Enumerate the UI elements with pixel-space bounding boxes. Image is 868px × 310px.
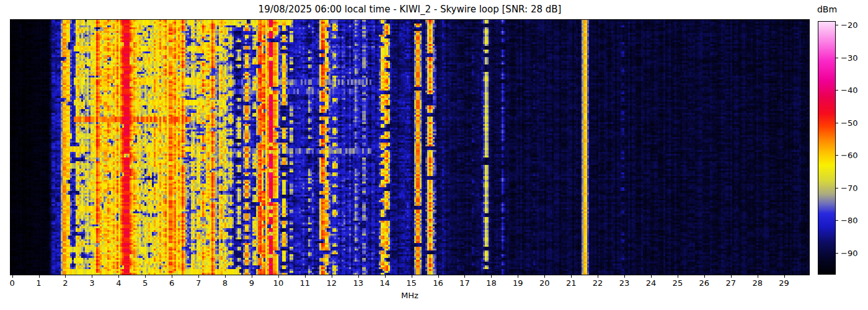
- x-tick-mark: [624, 275, 625, 278]
- x-tick-mark: [438, 275, 439, 278]
- x-tick-label: 2: [63, 278, 68, 288]
- x-tick-mark: [278, 275, 279, 278]
- x-tick-mark: [358, 275, 359, 278]
- x-tick-mark: [678, 275, 678, 278]
- colorbar-tick-label: −20: [841, 20, 857, 30]
- colorbar-tick-label: −50: [841, 118, 857, 127]
- colorbar-tick-mark: [836, 123, 838, 123]
- x-tick-label: 27: [726, 278, 737, 288]
- x-tick-label: 10: [273, 278, 284, 288]
- x-tick-mark: [305, 275, 306, 278]
- colorbar-tick-label: −40: [841, 86, 857, 95]
- colorbar-tick-label: −30: [841, 53, 857, 62]
- x-tick-label: 15: [406, 278, 417, 288]
- colorbar-tick-mark: [836, 58, 838, 58]
- colorbar-canvas: [818, 22, 835, 274]
- x-tick-label: 17: [459, 278, 470, 288]
- spectrogram-figure: 19/08/2025 06:00 local time - KIWI_2 - S…: [0, 0, 868, 310]
- x-tick-mark: [12, 275, 13, 278]
- x-tick-mark: [758, 275, 758, 278]
- chart-title: 19/08/2025 06:00 local time - KIWI_2 - S…: [11, 4, 809, 15]
- x-tick-label: 25: [673, 278, 683, 288]
- x-tick-label: 6: [169, 278, 174, 288]
- x-tick-mark: [412, 275, 412, 278]
- x-tick-mark: [385, 275, 386, 278]
- x-tick-label: 4: [116, 278, 121, 288]
- x-tick-mark: [544, 275, 545, 278]
- x-tick-mark: [92, 275, 92, 278]
- colorbar-unit-label: dBm: [810, 4, 844, 14]
- colorbar-tick-mark: [836, 25, 838, 25]
- x-tick-mark: [491, 275, 492, 278]
- x-tick-mark: [252, 275, 252, 278]
- x-tick-mark: [65, 275, 66, 278]
- x-tick-label: 14: [379, 278, 390, 288]
- x-tick-label: 21: [566, 278, 577, 288]
- x-tick-mark: [598, 275, 598, 278]
- x-tick-mark: [784, 275, 785, 278]
- x-tick-label: 16: [433, 278, 443, 288]
- x-tick-label: 8: [223, 278, 228, 288]
- colorbar-frame: [818, 21, 836, 275]
- x-tick-mark: [518, 275, 518, 278]
- colorbar-tick-mark: [836, 188, 838, 188]
- x-tick-label: 13: [353, 278, 363, 288]
- spectrogram-canvas: [11, 20, 809, 275]
- x-tick-label: 29: [779, 278, 789, 288]
- x-tick-mark: [571, 275, 572, 278]
- x-tick-label: 7: [196, 278, 201, 288]
- colorbar-tick-label: −80: [841, 216, 857, 225]
- x-tick-label: 0: [9, 278, 14, 288]
- colorbar-tick-mark: [836, 220, 838, 221]
- x-tick-mark: [225, 275, 226, 278]
- x-tick-label: 18: [486, 278, 497, 288]
- x-tick-label: 22: [593, 278, 603, 288]
- colorbar-tick-mark: [836, 253, 838, 254]
- x-tick-mark: [731, 275, 732, 278]
- x-tick-label: 12: [327, 278, 337, 288]
- x-tick-label: 5: [143, 278, 148, 288]
- x-tick-mark: [651, 275, 652, 278]
- x-tick-mark: [464, 275, 465, 278]
- x-tick-label: 9: [249, 278, 254, 288]
- x-tick-label: 1: [36, 278, 41, 288]
- x-tick-mark: [39, 275, 40, 278]
- x-tick-mark: [172, 275, 172, 278]
- colorbar-tick-mark: [836, 155, 838, 156]
- x-tick-label: 23: [619, 278, 630, 288]
- x-tick-mark: [145, 275, 146, 278]
- x-tick-mark: [704, 275, 705, 278]
- colorbar-tick-label: −90: [841, 248, 857, 257]
- x-tick-label: 20: [539, 278, 550, 288]
- colorbar-tick-mark: [836, 90, 838, 91]
- x-tick-label: 26: [699, 278, 710, 288]
- x-tick-mark: [198, 275, 199, 278]
- x-tick-label: 28: [752, 278, 763, 288]
- colorbar-tick-label: −70: [841, 183, 857, 192]
- x-tick-label: 3: [89, 278, 94, 288]
- colorbar-tick-label: −60: [841, 151, 857, 160]
- x-tick-label: 11: [300, 278, 311, 288]
- plot-area-frame: [10, 19, 810, 275]
- x-tick-label: 19: [513, 278, 523, 288]
- x-tick-label: 24: [646, 278, 657, 288]
- x-axis-label: MHz: [11, 291, 809, 300]
- x-tick-mark: [118, 275, 119, 278]
- x-tick-mark: [332, 275, 332, 278]
